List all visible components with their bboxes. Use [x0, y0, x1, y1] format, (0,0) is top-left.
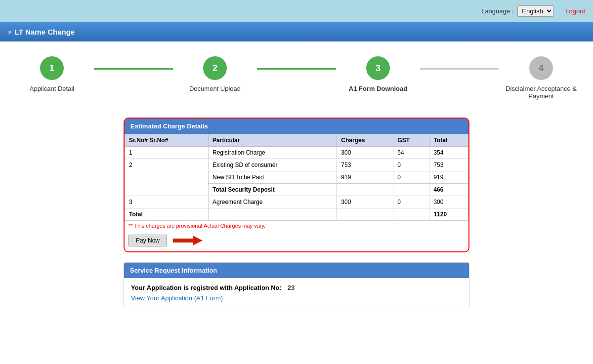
step-item-2: 2 Document Upload	[173, 56, 257, 92]
service-request-header: Service Request Information	[124, 263, 469, 278]
step-connector-3	[420, 68, 499, 70]
view-application-link[interactable]: View Your Application (A1 Form)	[131, 294, 223, 302]
cell-total: 753	[429, 159, 468, 171]
cell-total: 300	[429, 196, 468, 208]
nav-bar: » LT Name Change	[0, 22, 593, 41]
cell-srno: 3	[125, 196, 209, 208]
total-row: Total 1120	[125, 208, 468, 221]
provisional-note: ** This charges are provisional.Actual C…	[125, 221, 468, 231]
step-item-4: 4 Disclaimer Acceptance & Payment	[499, 56, 583, 100]
total-label: Total	[125, 208, 209, 221]
app-registered-line: Your Application is registred with Appli…	[131, 284, 462, 291]
table-row: 2 Existing SD of consumer 753 0 753	[125, 159, 468, 171]
step-item-3: 3 A1 Form Download	[336, 56, 420, 92]
cell-srno-2: 2	[125, 159, 209, 196]
language-select[interactable]: English	[517, 5, 553, 17]
language-label: Language :	[481, 7, 513, 15]
cell-particular: Total Security Deposit	[209, 184, 337, 196]
cell-particular: Existing SD of consumer	[209, 159, 337, 171]
cell-total-tsd: 466	[429, 184, 468, 196]
pay-now-button[interactable]: Pay Now	[128, 235, 167, 246]
pay-now-area: Pay Now	[125, 231, 468, 251]
estimated-charge-card: Estimated Charge Details Sr.No# Sr.No# P…	[124, 118, 469, 252]
table-row: 3 Agreement Charge 300 0 300	[125, 196, 468, 208]
step-circle-4: 4	[529, 56, 553, 80]
step-label-3: A1 Form Download	[349, 85, 407, 92]
cell-particular: Registration Charge	[209, 147, 337, 159]
charge-table: Sr.No# Sr.No# Particular Charges GST Tot…	[125, 134, 468, 221]
page-content: 1 Applicant Detail 2 Document Upload 3 A…	[0, 41, 593, 364]
stepper: 1 Applicant Detail 2 Document Upload 3 A…	[10, 56, 583, 100]
col-header-total: Total	[429, 134, 468, 147]
cell-gst	[393, 184, 429, 196]
cell-total: 354	[429, 147, 468, 159]
table-row: 1 Registration Charge 300 54 354	[125, 147, 468, 159]
red-arrow-icon	[173, 235, 203, 246]
cell-gst: 0	[393, 159, 429, 171]
step-circle-3: 3	[366, 56, 390, 80]
step-circle-2: 2	[203, 56, 227, 80]
cell-particular: New SD To be Paid	[209, 171, 337, 184]
estimated-charge-header: Estimated Charge Details	[125, 119, 468, 134]
main-area: Estimated Charge Details Sr.No# Sr.No# P…	[10, 118, 583, 308]
table-header-row: Sr.No# Sr.No# Particular Charges GST Tot…	[125, 134, 468, 147]
total-spacer3	[393, 208, 429, 221]
total-spacer2	[337, 208, 393, 221]
step-label-4: Disclaimer Acceptance & Payment	[499, 85, 583, 100]
cell-total: 919	[429, 171, 468, 184]
service-request-card: Service Request Information Your Applica…	[124, 262, 469, 308]
step-circle-1: 1	[40, 56, 64, 80]
step-label-2: Document Upload	[189, 85, 241, 92]
total-value: 1120	[429, 208, 468, 221]
cell-charges: 300	[337, 196, 393, 208]
cell-srno: 1	[125, 147, 209, 159]
cell-charges: 919	[337, 171, 393, 184]
col-header-charges: Charges	[337, 134, 393, 147]
step-connector-1	[94, 68, 173, 70]
cell-gst: 0	[393, 196, 429, 208]
app-registered-text: Your Application is registred with Appli…	[131, 284, 282, 291]
cell-charges	[337, 184, 393, 196]
top-bar: Language : English Logout	[0, 0, 593, 22]
step-connector-2	[257, 68, 336, 70]
col-header-gst: GST	[393, 134, 429, 147]
col-header-particular: Particular	[209, 134, 337, 147]
col-header-srno: Sr.No# Sr.No#	[125, 134, 209, 147]
application-number: 23	[288, 284, 295, 291]
cell-charges: 300	[337, 147, 393, 159]
cell-gst: 0	[393, 171, 429, 184]
cell-gst: 54	[393, 147, 429, 159]
cell-charges: 753	[337, 159, 393, 171]
cell-particular: Agreement Charge	[209, 196, 337, 208]
step-label-1: Applicant Detail	[30, 85, 74, 92]
step-item-1: 1 Applicant Detail	[10, 56, 94, 92]
total-spacer	[209, 208, 337, 221]
logout-link[interactable]: Logout	[565, 7, 585, 15]
service-request-body: Your Application is registred with Appli…	[124, 278, 469, 308]
nav-title: LT Name Change	[15, 28, 75, 36]
nav-arrow: »	[8, 28, 12, 36]
